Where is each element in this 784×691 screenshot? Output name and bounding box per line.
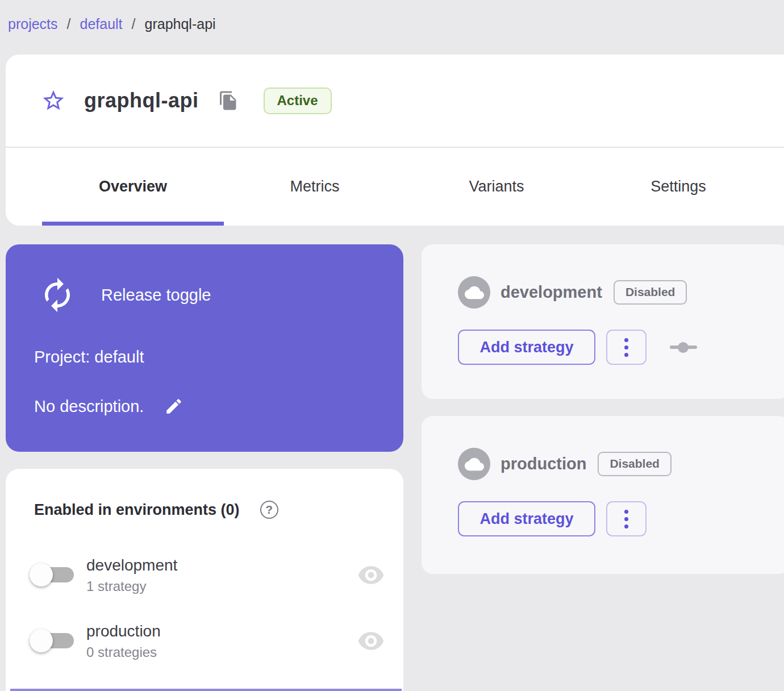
tab-bar: Overview Metrics Variants Settings [6,148,784,226]
page-title: graphql-api [84,89,199,113]
environment-card-name: production [501,455,586,473]
toggle-description-row: No description. [34,397,184,416]
tab-overview[interactable]: Overview [42,148,224,226]
cloud-icon [458,276,490,309]
production-toggle-switch[interactable] [30,627,75,655]
edit-description-icon[interactable] [164,397,184,416]
switch-knob [30,629,53,652]
environment-strategy-count: 0 strategies [86,644,161,660]
active-tab-indicator [42,222,224,226]
kebab-dot [624,525,628,528]
environment-row-development: development 1 strategy [30,553,384,597]
breadcrumb-project-default[interactable]: default [80,16,123,32]
enabled-environments-title: Enabled in environments (0) [34,501,240,519]
environment-name: development [86,556,177,575]
tab-settings[interactable]: Settings [587,148,769,226]
release-toggle-icon [39,276,76,314]
cloud-icon [458,448,490,480]
tab-metrics[interactable]: Metrics [224,148,406,226]
status-badge: Active [264,88,332,114]
card-actions: Add strategy [458,330,697,365]
title-row: graphql-api Active [6,55,784,147]
toggle-type-row: Release toggle [39,276,211,314]
toggle-type-label: Release toggle [101,286,211,305]
switch-knob [30,563,53,586]
breadcrumb-separator: / [132,16,136,32]
kebab-dot [624,338,628,342]
favorite-star-icon[interactable] [41,88,66,113]
toggle-description-label: No description. [34,397,144,416]
tab-variants-label: Variants [469,178,524,195]
breadcrumb-projects[interactable]: projects [8,16,58,32]
visibility-eye-icon[interactable] [358,565,384,585]
environment-row-production: production 0 strategies [30,619,384,663]
tab-settings-label: Settings [650,178,706,195]
environment-strategy-count: 1 strategy [86,578,177,594]
strategy-commit-icon [670,342,697,353]
environment-texts: production 0 strategies [86,622,161,660]
environment-card-production: production Disabled Add strategy [422,416,784,574]
development-toggle-switch[interactable] [30,561,75,589]
environment-status-badge: Disabled [598,452,672,476]
add-strategy-button[interactable]: Add strategy [458,501,595,536]
kebab-dot [624,510,628,514]
breadcrumb: projects / default / graphql-api [8,16,216,32]
copy-name-icon[interactable] [218,90,239,111]
more-actions-button[interactable] [606,330,647,365]
card-header: production Disabled [458,448,672,480]
breadcrumb-separator: / [67,16,71,32]
kebab-dot [624,353,628,357]
card-header: development Disabled [458,276,687,309]
kebab-dot [624,346,628,349]
environment-name: production [86,622,161,640]
visibility-eye-icon[interactable] [358,631,384,651]
breadcrumb-current: graphql-api [145,16,216,32]
enabled-environments-heading: Enabled in environments (0) ? [34,501,278,519]
toggle-project-label: Project: default [34,348,144,367]
help-icon[interactable]: ? [260,501,278,519]
tab-metrics-label: Metrics [290,178,340,195]
toggle-summary-card: Release toggle Project: default No descr… [6,244,403,452]
feature-toggle-page: projects / default / graphql-api graphql… [0,0,784,691]
card-actions: Add strategy [458,501,647,536]
add-strategy-button[interactable]: Add strategy [458,330,595,365]
enabled-environments-panel: Enabled in environments (0) ? developmen… [6,469,403,691]
commit-dot [678,342,689,353]
environment-status-badge: Disabled [614,280,687,305]
feature-header-card: graphql-api Active Overview Metrics Vari… [6,55,784,226]
environment-card-name: development [501,283,602,302]
tab-variants[interactable]: Variants [406,148,587,226]
tab-overview-label: Overview [99,178,167,195]
clipped-bottom-element [10,689,402,691]
more-actions-button[interactable] [606,501,647,536]
environment-card-development: development Disabled Add strategy [422,244,784,399]
kebab-dot [624,517,628,521]
environment-texts: development 1 strategy [86,556,177,594]
